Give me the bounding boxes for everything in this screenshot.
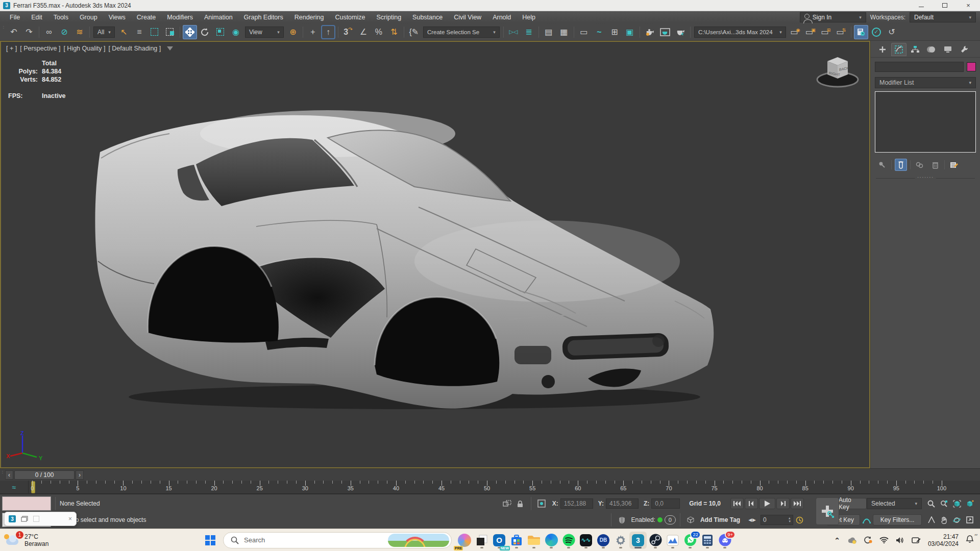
car-model[interactable] [88,93,741,419]
time-configuration-button[interactable] [793,514,806,525]
search-highlight-image[interactable] [388,534,449,547]
scene-check-button[interactable]: ✓ [869,25,884,39]
rectangular-selection-region-button[interactable] [148,25,162,39]
menu-file[interactable]: File [4,11,26,23]
weather-widget[interactable]: 1 27°C Berawan [0,533,97,547]
start-button[interactable] [202,532,219,549]
degradation-count-pill[interactable]: 0 [665,515,676,524]
zoom-extents-all-button[interactable] [963,498,976,509]
percent-snap-toggle[interactable]: % [372,25,386,39]
taskbar-clock[interactable]: 21:47 03/04/2024 [928,533,959,547]
pan-view-button[interactable] [938,514,950,525]
align-button[interactable]: ≣ [522,25,536,39]
timeline-ruler[interactable]: 0510152025303540455055606570758085909510… [29,481,957,493]
curve-editor-button[interactable]: ~ [592,25,606,39]
maximize-viewport-toggle[interactable] [963,514,976,525]
modifier-stack[interactable] [875,91,976,153]
menu-views[interactable]: Views [103,11,131,23]
menu-modifiers[interactable]: Modifiers [161,11,199,23]
container-update-button[interactable]: ▭⇅ [834,25,848,39]
isolate-selection-toggle[interactable] [501,498,514,509]
modifier-list-dropdown[interactable]: Modifier List ▾ [875,77,976,88]
angle-snap-toggle[interactable]: ∠ [356,25,371,39]
unlink-selection-button[interactable]: ⊘ [57,25,71,39]
time-slider-value[interactable]: 0 / 100 [14,470,75,480]
minimize-button[interactable] [910,0,933,11]
named-selection-sets-dropdown[interactable]: Create Selection Se ▾ [423,27,500,38]
tab-modify[interactable] [891,43,906,56]
onedrive-warning-icon[interactable] [847,537,856,544]
object-color-swatch[interactable] [967,62,976,71]
toggle-scene-explorer-button[interactable]: ▤ [542,25,556,39]
taskbar-file-explorer-icon[interactable] [525,532,543,549]
bind-to-space-warp-button[interactable]: ≋ [72,25,87,39]
use-pivot-point-center-button[interactable]: ⊕ [286,25,300,39]
tab-motion[interactable] [924,43,939,56]
notification-bell[interactable]: ᶻᶻ [966,535,974,545]
previous-frame-button[interactable] [745,498,758,509]
selection-filter-dropdown[interactable]: All ▾ [93,27,115,38]
project-folder-dropdown[interactable]: C:\Users\Axi...3ds Max 2024 ▾ [694,27,786,38]
tray-chevron-up[interactable]: ⌃ [834,536,840,544]
select-and-rotate-button[interactable] [198,25,212,39]
viewport-pov-menu[interactable]: [ Perspective ] [20,45,60,52]
previous-frame-slider-button[interactable]: ‹ [5,470,13,480]
taskbar-monitor-app-icon[interactable] [664,532,681,549]
rendered-frame-window-button[interactable] [658,25,672,39]
select-and-manipulate-button[interactable]: + [306,25,320,39]
default-in-out-tangents-button[interactable] [860,514,873,525]
go-to-start-button[interactable] [730,498,744,509]
taskbar-steam-icon[interactable] [647,532,664,549]
selection-lock-toggle[interactable] [514,498,527,509]
rollout-separator[interactable] [876,178,975,181]
save-reminder-button[interactable] [854,25,868,39]
taskbar-spotify-icon[interactable] [560,532,577,549]
viewport-general-menu[interactable]: [ + ] [6,45,17,52]
undo-button[interactable]: ↶ [7,25,21,39]
taskbar-contrast-app-icon[interactable] [473,532,491,549]
per-view-filter-icon[interactable] [167,46,173,51]
toolbar-drag-handle[interactable]: ⋮⋮⋮ [1,25,5,39]
object-name-field[interactable] [875,62,964,72]
menu-edit[interactable]: Edit [26,11,48,23]
select-and-place-button[interactable]: ◉ [229,25,243,39]
taskbar-copilot-icon[interactable]: PRE [456,532,473,549]
reference-coordinate-dropdown[interactable]: View ▾ [245,27,284,38]
render-setup-button[interactable] [643,25,657,39]
play-animation-button[interactable] [759,498,775,509]
taskbar-wave-app-icon[interactable]: ∿∿ [577,532,595,549]
select-object-button[interactable]: ↖ [117,25,131,39]
toggle-layer-explorer-button[interactable]: ▦ [557,25,571,39]
taskbar-3dsmax-icon[interactable]: 3 [629,532,647,549]
taskbar-edge-icon[interactable] [543,532,560,549]
container-gear-button[interactable]: ▭◉ [788,25,802,39]
y-coord-field[interactable]: 415,306 [606,498,639,509]
x-coord-field[interactable]: 152,188 [560,498,593,509]
taskbar-discord-icon[interactable]: 9+ [716,532,733,549]
viewport-shading-menu[interactable]: [ Default Shading ] [108,45,161,52]
container-folder-button[interactable]: ▭▣ [803,25,818,39]
material-editor-button[interactable]: ▣ [623,25,637,39]
current-frame-spinner[interactable]: 0 ▾▾ [761,515,793,525]
window-crossing-toggle[interactable] [163,25,177,39]
spin-up-icon[interactable]: ▾ [789,517,791,520]
tab-utilities[interactable] [957,43,972,56]
render-production-button[interactable] [673,25,688,39]
zoom-all-button[interactable] [938,498,950,509]
menu-graph-editors[interactable]: Graph Editors [238,11,289,23]
select-by-name-button[interactable]: ≡ [132,25,146,39]
make-unique-button[interactable] [914,159,926,171]
menu-group[interactable]: Group [74,11,103,23]
menu-civil-view[interactable]: Civil View [448,11,487,23]
container-inherit-button[interactable]: ▭⊞ [819,25,833,39]
tab-hierarchy[interactable] [908,43,923,56]
mini-curve-editor-button[interactable]: ≈ [0,481,29,493]
z-coord-field[interactable]: 0,0 [651,498,680,509]
select-and-link-button[interactable]: ∞ [42,25,56,39]
spinner-snap-toggle[interactable]: ⇅ [387,25,401,39]
pen-input-icon[interactable] [912,537,921,544]
sign-in-button[interactable]: Sign In ▾ [800,12,866,22]
volume-icon[interactable] [896,537,904,544]
search-box[interactable]: Search [223,532,452,548]
toggle-ribbon-button[interactable]: ▭ [577,25,591,39]
